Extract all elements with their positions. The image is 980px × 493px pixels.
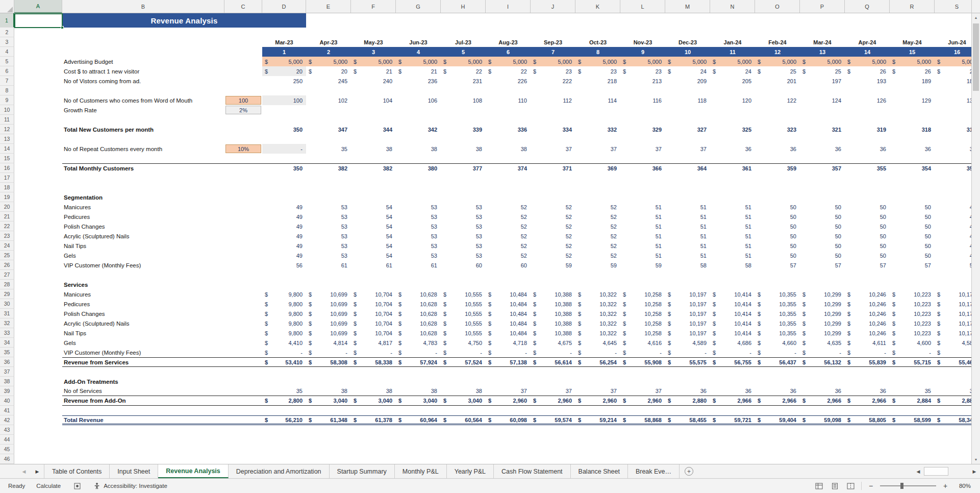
cell-P3[interactable]: Mar-24 — [800, 37, 845, 47]
cell-P12[interactable]: 321 — [800, 125, 845, 134]
cell-C14[interactable]: 10% — [224, 144, 262, 154]
cell-F40[interactable]: $3,040 — [351, 396, 396, 406]
cell-K32[interactable]: $10,322 — [575, 318, 620, 328]
cell-D21[interactable]: 49 — [262, 212, 306, 221]
cell-D31[interactable]: $9,800 — [262, 309, 306, 318]
cell-E7[interactable]: 245 — [306, 76, 351, 86]
cell-I31[interactable]: $10,484 — [486, 309, 531, 318]
cell-C24[interactable] — [224, 241, 262, 251]
cell-B16[interactable]: Total Monthly Customers — [62, 163, 224, 173]
cell-K4[interactable]: 8 — [575, 47, 620, 57]
cell-Q25[interactable]: 50 — [845, 251, 890, 260]
cell-E25[interactable]: 53 — [306, 251, 351, 260]
cell-G3[interactable]: Jun-23 — [396, 37, 441, 47]
cell-N5[interactable]: $5,000 — [710, 57, 755, 66]
cell-I29[interactable]: $10,484 — [486, 289, 531, 299]
cell-M31[interactable]: $10,197 — [665, 309, 710, 318]
cell-H7[interactable]: 231 — [441, 76, 486, 86]
cell-N29[interactable]: $10,414 — [710, 289, 755, 299]
cell-L20[interactable]: 51 — [620, 202, 665, 212]
horizontal-scrollbar-track[interactable] — [923, 464, 970, 479]
cell-C38[interactable] — [224, 377, 262, 386]
cell-E29[interactable]: $10,699 — [306, 289, 351, 299]
cell-E16[interactable]: 382 — [306, 163, 351, 173]
cell-I36[interactable]: $57,138 — [486, 357, 531, 367]
cell-F26[interactable]: 61 — [351, 260, 396, 270]
cell-S16[interactable]: 351 — [935, 163, 971, 173]
cell-M7[interactable]: 209 — [665, 76, 710, 86]
column-header-C[interactable]: C — [224, 0, 262, 13]
cell-M34[interactable]: $4,589 — [665, 338, 710, 348]
cell-N30[interactable]: $10,414 — [710, 299, 755, 309]
cell-M30[interactable]: $10,197 — [665, 299, 710, 309]
cell-Q34[interactable]: $4,611 — [845, 338, 890, 348]
cell-O21[interactable]: 50 — [755, 212, 800, 221]
cell-H24[interactable]: 53 — [441, 241, 486, 251]
cell-H12[interactable]: 339 — [441, 125, 486, 134]
cell-R29[interactable]: $10,223 — [890, 289, 935, 299]
cell-Q32[interactable]: $10,246 — [845, 318, 890, 328]
cell-N16[interactable]: 361 — [710, 163, 755, 173]
sheet-tab-yearly-p-l[interactable]: Yearly P&L — [447, 464, 494, 478]
page-layout-view-icon[interactable] — [830, 481, 840, 491]
cell-E12[interactable]: 347 — [306, 125, 351, 134]
cell-M4[interactable]: 10 — [665, 47, 710, 57]
cell-L9[interactable]: 116 — [620, 95, 665, 105]
cell-P23[interactable]: 50 — [800, 231, 845, 241]
cell-H30[interactable]: $10,555 — [441, 299, 486, 309]
row-header-7[interactable]: 7 — [0, 76, 14, 86]
cell-I4[interactable]: 6 — [486, 47, 531, 57]
cell-I16[interactable]: 374 — [486, 163, 531, 173]
cell-R30[interactable]: $10,223 — [890, 299, 935, 309]
row-header-15[interactable]: 15 — [0, 154, 14, 163]
cell-R22[interactable]: 50 — [890, 221, 935, 231]
row-header-1[interactable]: 1 — [0, 13, 14, 28]
cell-D7[interactable]: 250 — [262, 76, 306, 86]
cell-Q3[interactable]: Apr-24 — [845, 37, 890, 47]
cell-J14[interactable]: 37 — [531, 144, 575, 154]
cell-R35[interactable]: $- — [890, 348, 935, 357]
cell-R21[interactable]: 50 — [890, 212, 935, 221]
cell-B25[interactable]: Gels — [62, 251, 224, 260]
cell-H16[interactable]: 377 — [441, 163, 486, 173]
cell-O24[interactable]: 50 — [755, 241, 800, 251]
cell-K33[interactable]: $10,322 — [575, 328, 620, 338]
cell-N6[interactable]: $24 — [710, 66, 755, 76]
cell-E20[interactable]: 53 — [306, 202, 351, 212]
cell-E26[interactable]: 61 — [306, 260, 351, 270]
cell-O4[interactable]: 12 — [755, 47, 800, 57]
cell-D40[interactable]: $2,800 — [262, 396, 306, 406]
cell-E3[interactable]: Apr-23 — [306, 37, 351, 47]
cell-G12[interactable]: 342 — [396, 125, 441, 134]
cell-Q39[interactable]: 36 — [845, 386, 890, 396]
cell-D12[interactable]: 350 — [262, 125, 306, 134]
sheet-tab-depreciation-and-amortization[interactable]: Depreciation and Amortization — [229, 464, 330, 478]
cell-E22[interactable]: 53 — [306, 221, 351, 231]
cell-L5[interactable]: $5,000 — [620, 57, 665, 66]
cell-G22[interactable]: 53 — [396, 221, 441, 231]
cell-N31[interactable]: $10,414 — [710, 309, 755, 318]
cell-M25[interactable]: 51 — [665, 251, 710, 260]
zoom-level[interactable]: 80% — [954, 483, 971, 489]
cell-L23[interactable]: 51 — [620, 231, 665, 241]
cell-R7[interactable]: 189 — [890, 76, 935, 86]
cell-N24[interactable]: 51 — [710, 241, 755, 251]
cell-I34[interactable]: $4,718 — [486, 338, 531, 348]
input-cell-C14[interactable]: 10% — [225, 144, 261, 153]
row-header-14[interactable]: 14 — [0, 144, 14, 154]
macro-record-icon[interactable] — [72, 481, 82, 491]
cell-I32[interactable]: $10,484 — [486, 318, 531, 328]
cell-H33[interactable]: $10,555 — [441, 328, 486, 338]
cell-N25[interactable]: 51 — [710, 251, 755, 260]
cell-B32[interactable]: Acrylic (Sculptured) Nails — [62, 318, 224, 328]
row-header-41[interactable]: 41 — [0, 406, 14, 415]
cell-D36[interactable]: $53,410 — [262, 357, 306, 367]
cell-B36[interactable]: Revenue from Services — [62, 357, 224, 367]
cell-O42[interactable]: $59,404 — [755, 415, 800, 425]
cell-S21[interactable]: 49 — [935, 212, 971, 221]
cell-J5[interactable]: $5,000 — [531, 57, 575, 66]
cell-B19[interactable]: Segmentation — [62, 192, 224, 202]
row-header-11[interactable]: 11 — [0, 115, 14, 125]
cell-G30[interactable]: $10,628 — [396, 299, 441, 309]
cell-Q42[interactable]: $58,805 — [845, 415, 890, 425]
